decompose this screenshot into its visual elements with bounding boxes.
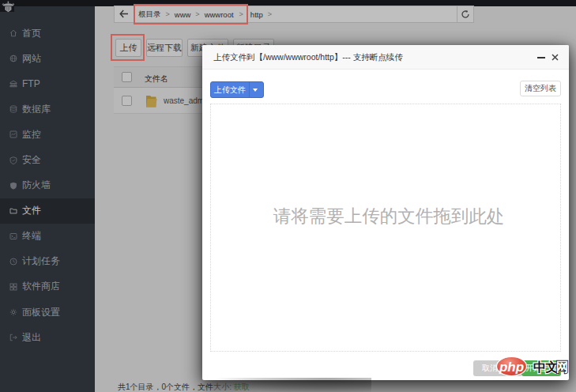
svg-text:php: php — [499, 360, 524, 375]
svg-text:中文: 中文 — [533, 360, 559, 374]
svg-text:网: 网 — [556, 360, 569, 374]
